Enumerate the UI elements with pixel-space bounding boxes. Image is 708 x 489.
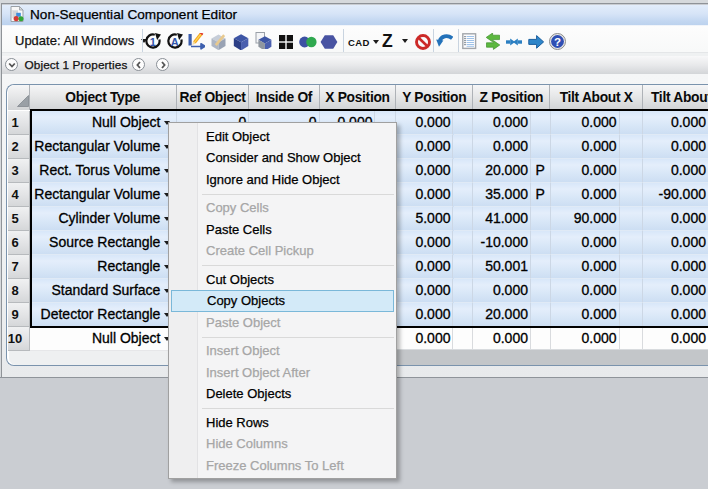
svg-text:1: 1: [150, 36, 156, 48]
svg-text:A: A: [171, 36, 179, 48]
svg-text:?: ?: [554, 36, 561, 48]
